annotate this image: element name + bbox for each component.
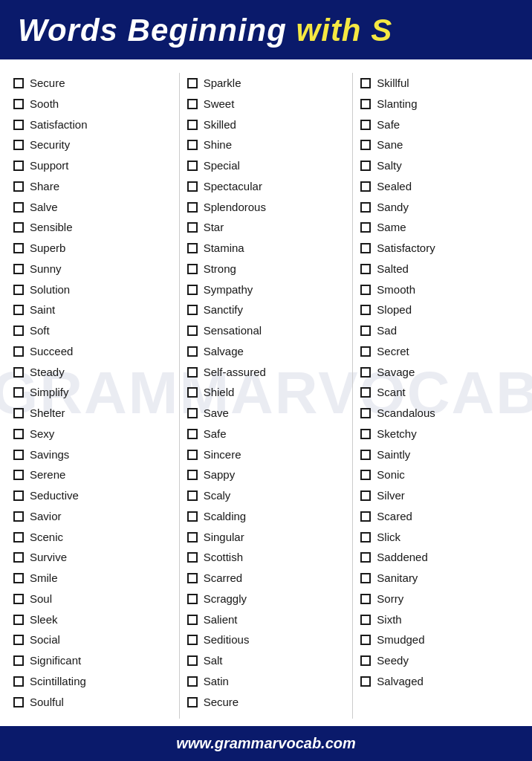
checkbox-icon[interactable] bbox=[13, 367, 24, 378]
checkbox-icon[interactable] bbox=[13, 450, 24, 460]
list-item[interactable]: Sensational bbox=[183, 320, 350, 341]
list-item[interactable]: Scandalous bbox=[356, 403, 523, 424]
list-item[interactable]: Savior bbox=[9, 506, 176, 527]
list-item[interactable]: Superb bbox=[9, 238, 176, 259]
list-item[interactable]: Sympathy bbox=[183, 279, 350, 300]
checkbox-icon[interactable] bbox=[360, 326, 371, 336]
checkbox-icon[interactable] bbox=[187, 264, 198, 274]
list-item[interactable]: Soulful bbox=[9, 692, 176, 713]
list-item[interactable]: Scant bbox=[356, 382, 523, 403]
list-item[interactable]: Savings bbox=[9, 444, 176, 465]
list-item[interactable]: Salted bbox=[356, 259, 523, 279]
list-item[interactable]: Safe bbox=[356, 114, 523, 135]
list-item[interactable]: Seductive bbox=[9, 485, 176, 506]
checkbox-icon[interactable] bbox=[187, 532, 198, 543]
list-item[interactable]: Skillful bbox=[356, 73, 523, 94]
list-item[interactable]: Smooth bbox=[356, 279, 523, 300]
checkbox-icon[interactable] bbox=[360, 470, 371, 480]
list-item[interactable]: Security bbox=[9, 135, 176, 155]
checkbox-icon[interactable] bbox=[13, 326, 24, 336]
checkbox-icon[interactable] bbox=[13, 635, 24, 645]
list-item[interactable]: Secret bbox=[356, 341, 523, 362]
checkbox-icon[interactable] bbox=[187, 346, 198, 357]
list-item[interactable]: Salvaged bbox=[356, 671, 523, 692]
list-item[interactable]: Singular bbox=[183, 527, 350, 548]
checkbox-icon[interactable] bbox=[13, 594, 24, 604]
list-item[interactable]: Satisfaction bbox=[9, 114, 176, 135]
list-item[interactable]: Sloped bbox=[356, 299, 523, 320]
list-item[interactable]: Star bbox=[183, 217, 350, 238]
checkbox-icon[interactable] bbox=[13, 532, 24, 543]
checkbox-icon[interactable] bbox=[187, 161, 198, 171]
list-item[interactable]: Scintillating bbox=[9, 671, 176, 692]
checkbox-icon[interactable] bbox=[187, 326, 198, 336]
checkbox-icon[interactable] bbox=[187, 408, 198, 418]
checkbox-icon[interactable] bbox=[187, 615, 198, 625]
list-item[interactable]: Sooth bbox=[9, 94, 176, 114]
list-item[interactable]: Significant bbox=[9, 650, 176, 671]
list-item[interactable]: Sanctify bbox=[183, 299, 350, 320]
list-item[interactable]: Satisfactory bbox=[356, 238, 523, 259]
checkbox-icon[interactable] bbox=[360, 99, 371, 109]
list-item[interactable]: Serene bbox=[9, 464, 176, 485]
list-item[interactable]: Scraggly bbox=[183, 589, 350, 609]
checkbox-icon[interactable] bbox=[360, 387, 371, 398]
list-item[interactable]: Stamina bbox=[183, 238, 350, 259]
list-item[interactable]: Sparkle bbox=[183, 73, 350, 94]
list-item[interactable]: Spectacular bbox=[183, 176, 350, 197]
checkbox-icon[interactable] bbox=[13, 120, 24, 130]
list-item[interactable]: Silver bbox=[356, 485, 523, 506]
checkbox-icon[interactable] bbox=[13, 222, 24, 233]
list-item[interactable]: Social bbox=[9, 629, 176, 650]
checkbox-icon[interactable] bbox=[360, 552, 371, 563]
checkbox-icon[interactable] bbox=[13, 161, 24, 171]
list-item[interactable]: Salt bbox=[183, 650, 350, 671]
list-item[interactable]: Share bbox=[9, 176, 176, 197]
checkbox-icon[interactable] bbox=[13, 429, 24, 439]
list-item[interactable]: Satin bbox=[183, 671, 350, 692]
list-item[interactable]: Safe bbox=[183, 424, 350, 444]
checkbox-icon[interactable] bbox=[187, 573, 198, 583]
list-item[interactable]: Seditious bbox=[183, 629, 350, 650]
list-item[interactable]: Scalding bbox=[183, 506, 350, 527]
list-item[interactable]: Sad bbox=[356, 320, 523, 341]
list-item[interactable]: Smudged bbox=[356, 629, 523, 650]
checkbox-icon[interactable] bbox=[360, 120, 371, 130]
checkbox-icon[interactable] bbox=[187, 552, 198, 563]
checkbox-icon[interactable] bbox=[13, 285, 24, 295]
checkbox-icon[interactable] bbox=[13, 346, 24, 357]
checkbox-icon[interactable] bbox=[187, 387, 198, 398]
checkbox-icon[interactable] bbox=[187, 676, 198, 687]
list-item[interactable]: Splendorous bbox=[183, 197, 350, 218]
checkbox-icon[interactable] bbox=[360, 511, 371, 522]
list-item[interactable]: Sane bbox=[356, 135, 523, 155]
list-item[interactable]: Sweet bbox=[183, 94, 350, 114]
list-item[interactable]: Skilled bbox=[183, 114, 350, 135]
checkbox-icon[interactable] bbox=[360, 676, 371, 687]
checkbox-icon[interactable] bbox=[360, 573, 371, 583]
checkbox-icon[interactable] bbox=[360, 140, 371, 150]
list-item[interactable]: Sealed bbox=[356, 176, 523, 197]
list-item[interactable]: Secure bbox=[9, 73, 176, 94]
list-item[interactable]: Steady bbox=[9, 362, 176, 383]
checkbox-icon[interactable] bbox=[187, 99, 198, 109]
list-item[interactable]: Slick bbox=[356, 527, 523, 548]
list-item[interactable]: Scenic bbox=[9, 527, 176, 548]
list-item[interactable]: Same bbox=[356, 217, 523, 238]
checkbox-icon[interactable] bbox=[13, 552, 24, 563]
checkbox-icon[interactable] bbox=[13, 264, 24, 274]
checkbox-icon[interactable] bbox=[187, 594, 198, 604]
list-item[interactable]: Smile bbox=[9, 568, 176, 589]
checkbox-icon[interactable] bbox=[187, 222, 198, 233]
checkbox-icon[interactable] bbox=[360, 305, 371, 315]
checkbox-icon[interactable] bbox=[13, 573, 24, 583]
checkbox-icon[interactable] bbox=[13, 676, 24, 687]
list-item[interactable]: Sleek bbox=[9, 609, 176, 630]
list-item[interactable]: Sanitary bbox=[356, 568, 523, 589]
list-item[interactable]: Scared bbox=[356, 506, 523, 527]
list-item[interactable]: Salve bbox=[9, 197, 176, 218]
checkbox-icon[interactable] bbox=[187, 450, 198, 460]
checkbox-icon[interactable] bbox=[360, 655, 371, 666]
list-item[interactable]: Sorry bbox=[356, 589, 523, 609]
checkbox-icon[interactable] bbox=[187, 243, 198, 253]
